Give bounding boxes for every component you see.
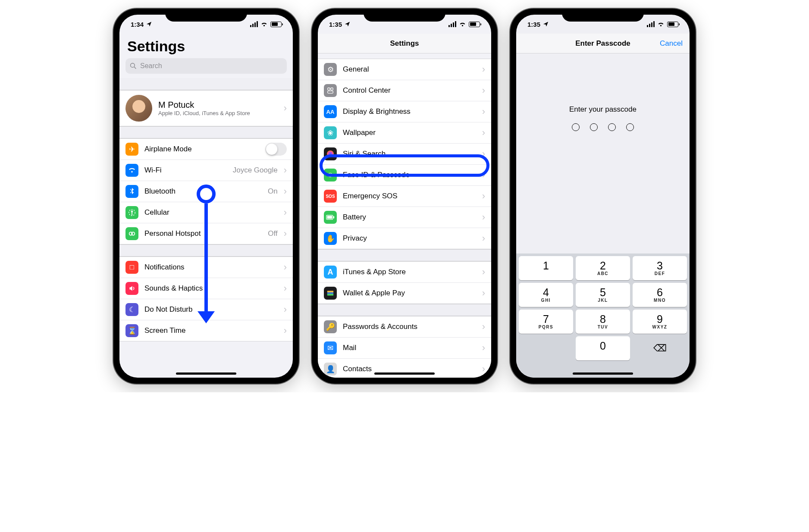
chevron-icon: › bbox=[482, 342, 485, 354]
key-8[interactable]: 8TUV bbox=[576, 310, 630, 334]
profile-subtitle: Apple ID, iCloud, iTunes & App Store bbox=[158, 110, 250, 116]
key-2[interactable]: 2ABC bbox=[576, 256, 630, 280]
passcode-dot bbox=[626, 123, 634, 131]
chevron-icon: › bbox=[284, 262, 287, 273]
battery-icon bbox=[270, 22, 282, 27]
chevron-icon: › bbox=[482, 212, 485, 223]
key-0[interactable]: 0 bbox=[576, 336, 630, 360]
screentime-icon: ⌛ bbox=[125, 324, 138, 337]
settings-row-contacts[interactable]: 👤Contacts› bbox=[318, 359, 491, 378]
settings-row-privacy[interactable]: ✋Privacy› bbox=[318, 228, 491, 249]
key-6[interactable]: 6MNO bbox=[633, 283, 687, 307]
section-gap bbox=[119, 78, 293, 90]
settings-row-screentime[interactable]: ⌛Screen Time› bbox=[119, 320, 293, 341]
notch bbox=[364, 9, 445, 22]
key-9[interactable]: 9WXYZ bbox=[633, 310, 687, 334]
status-time: 1:35 bbox=[329, 21, 342, 28]
hotspot-icon bbox=[125, 227, 138, 240]
chevron-icon: › bbox=[284, 283, 287, 294]
key-4[interactable]: 4GHI bbox=[519, 283, 573, 307]
key-digit: 7 bbox=[543, 314, 549, 325]
search-placeholder: Search bbox=[140, 62, 162, 70]
battery-icon bbox=[667, 22, 678, 27]
settings-row-airplane[interactable]: ✈Airplane Mode bbox=[119, 139, 293, 160]
chevron-icon: › bbox=[482, 233, 485, 244]
row-label: General bbox=[343, 65, 476, 74]
row-value: Joyce Google bbox=[233, 166, 278, 175]
avatar bbox=[125, 95, 152, 122]
svg-rect-7 bbox=[328, 91, 333, 93]
settings-row-wifi[interactable]: Wi-FiJoyce Google› bbox=[119, 160, 293, 181]
chevron-icon: › bbox=[482, 106, 485, 117]
number-keypad: 1 2ABC3DEF4GHI5JKL6MNO7PQRS8TUV9WXYZ0 ⌫ bbox=[516, 253, 690, 378]
key-5[interactable]: 5JKL bbox=[576, 283, 630, 307]
nav-title: Settings bbox=[390, 39, 419, 48]
settings-row-battery[interactable]: Battery› bbox=[318, 207, 491, 228]
phone-2: 1:35 Settings ⚙General›Control Center›AA… bbox=[312, 9, 497, 384]
home-indicator[interactable] bbox=[176, 372, 236, 375]
section-gap bbox=[119, 126, 293, 138]
row-label: iTunes & App Store bbox=[343, 268, 476, 276]
settings-row-faceid[interactable]: ☺Face ID & Passcode› bbox=[318, 165, 491, 186]
contacts-icon: 👤 bbox=[324, 363, 337, 376]
settings-row-itunes[interactable]: AiTunes & App Store› bbox=[318, 262, 491, 283]
airplane-icon: ✈ bbox=[125, 143, 138, 156]
settings-row-general[interactable]: ⚙General› bbox=[318, 59, 491, 80]
chevron-icon: › bbox=[284, 228, 287, 239]
row-value: Off bbox=[268, 229, 277, 238]
settings-row-wallet[interactable]: Wallet & Apple Pay› bbox=[318, 283, 491, 304]
passcode-dot bbox=[572, 123, 580, 131]
key-1[interactable]: 1 bbox=[519, 256, 573, 280]
home-indicator[interactable] bbox=[573, 372, 633, 375]
signal-icon bbox=[448, 21, 456, 27]
chevron-icon: › bbox=[284, 325, 287, 336]
location-icon bbox=[542, 21, 549, 27]
key-letters: ABC bbox=[597, 271, 608, 276]
bluetooth-icon bbox=[125, 185, 138, 198]
key-digit: 6 bbox=[657, 287, 663, 298]
wifi-icon bbox=[657, 21, 665, 27]
svg-rect-11 bbox=[327, 216, 332, 219]
svg-point-8 bbox=[327, 150, 334, 157]
settings-row-display[interactable]: AADisplay & Brightness› bbox=[318, 101, 491, 122]
profile-row[interactable]: M Potuck Apple ID, iCloud, iTunes & App … bbox=[119, 90, 293, 126]
row-label: Battery bbox=[343, 213, 476, 222]
battery-icon bbox=[324, 211, 337, 224]
cancel-button[interactable]: Cancel bbox=[660, 39, 683, 48]
row-value: On bbox=[268, 187, 278, 196]
settings-row-sos[interactable]: SOSEmergency SOS› bbox=[318, 186, 491, 207]
chevron-icon: › bbox=[482, 288, 485, 299]
chevron-icon: › bbox=[482, 169, 485, 181]
display-icon: AA bbox=[324, 105, 337, 118]
settings-row-cc[interactable]: Control Center› bbox=[318, 80, 491, 101]
location-icon bbox=[145, 21, 153, 27]
key-3[interactable]: 3DEF bbox=[633, 256, 687, 280]
wifi-icon bbox=[260, 21, 268, 27]
settings-row-siri[interactable]: Siri & Search› bbox=[318, 144, 491, 165]
toggle-airplane[interactable] bbox=[265, 143, 287, 156]
dnd-icon: ☾ bbox=[125, 303, 138, 316]
notif-icon: □ bbox=[125, 261, 138, 274]
sounds-icon bbox=[125, 282, 138, 295]
row-label: Display & Brightness bbox=[343, 107, 476, 116]
search-input[interactable]: Search bbox=[125, 58, 287, 74]
chevron-icon: › bbox=[482, 85, 485, 96]
wifi-icon bbox=[125, 164, 138, 177]
key-letters: WXYZ bbox=[652, 325, 668, 329]
chevron-icon: › bbox=[482, 148, 485, 160]
home-indicator[interactable] bbox=[374, 372, 435, 375]
profile-name: M Potuck bbox=[158, 100, 250, 110]
key-7[interactable]: 7PQRS bbox=[519, 310, 573, 334]
settings-row-passwords[interactable]: 🔑Passwords & Accounts› bbox=[318, 316, 491, 338]
key-digit: 3 bbox=[657, 260, 663, 271]
chevron-icon: › bbox=[284, 207, 287, 218]
svg-rect-6 bbox=[331, 88, 333, 90]
row-label: Emergency SOS bbox=[343, 192, 476, 200]
settings-row-wallpaper[interactable]: ❀Wallpaper› bbox=[318, 122, 491, 144]
svg-rect-14 bbox=[327, 294, 333, 296]
key-digit: 2 bbox=[600, 260, 606, 271]
settings-row-mail[interactable]: ✉Mail› bbox=[318, 338, 491, 359]
svg-line-1 bbox=[134, 67, 136, 69]
svg-point-0 bbox=[131, 63, 135, 68]
delete-key[interactable]: ⌫ bbox=[633, 336, 687, 360]
